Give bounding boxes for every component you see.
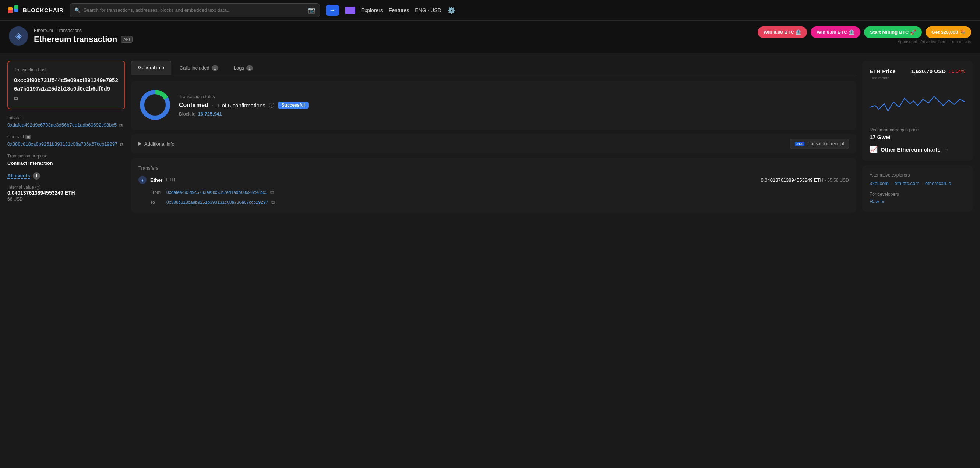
tab-general-info[interactable]: General info — [131, 61, 171, 75]
transfer-ticker: ETH — [166, 177, 175, 182]
price-chart-svg — [870, 86, 965, 122]
transfer-row: ◈ Ether ETH 0.040137613894553249 ETH · 6… — [138, 176, 849, 184]
tx-status-card: Transaction status Confirmed · 1 of 6 co… — [131, 81, 856, 130]
dev-label: For developers — [870, 192, 965, 197]
ether-icon: ◈ — [138, 176, 146, 184]
internal-value: 0.040137613894553249 ETH — [7, 190, 125, 196]
confirmations-help-icon[interactable]: ? — [269, 103, 274, 108]
svg-rect-3 — [14, 5, 18, 9]
status-details: Transaction status Confirmed · 1 of 6 co… — [179, 94, 309, 117]
promo-btn-3[interactable]: Get $20,000 🎉 — [926, 27, 971, 38]
transfer-usd-val: 65.58 USD — [827, 178, 849, 183]
transfers-section: Transfers ◈ Ether ETH 0.0401376138945532… — [131, 158, 856, 213]
promo-btn-1[interactable]: Win 8.88 BTC 🏦 — [811, 27, 860, 38]
chart-icon: 📈 — [870, 145, 878, 154]
other-charts-button[interactable]: 📈 Other Ethereum charts → — [870, 145, 965, 154]
main-layout: Transaction hash 0xcc3f90b731f544c5e09ac… — [0, 53, 980, 223]
all-events-link[interactable]: All events — [7, 173, 30, 179]
promo-btn-0[interactable]: Win 8.88 BTC 🏦 — [758, 27, 807, 38]
search-input[interactable] — [84, 7, 305, 13]
internal-value-row: Internal value ? 0.040137613894553249 ET… — [7, 185, 125, 201]
last-month-text: Last month — [870, 76, 965, 80]
tab-logs-count: 1 — [246, 65, 253, 71]
page-title: Ethereum transaction API — [34, 35, 132, 44]
eth-price-header: ETH Price 1,620.70 USD ↓ 1.04% — [870, 68, 965, 74]
successful-badge: Successful — [278, 102, 309, 109]
pie-chart — [138, 88, 172, 122]
promo-btn-2[interactable]: Start Mining BTC 🚀 — [864, 27, 922, 38]
from-copy-icon[interactable]: ⧉ — [270, 189, 274, 195]
tx-hash-copy-icon[interactable]: ⧉ — [14, 95, 18, 103]
contract-value: 0x388c818ca8b9251b393131c08a736a67ccb192… — [7, 141, 125, 148]
tx-status-title: Transaction status — [179, 94, 309, 99]
status-main: Confirmed · 1 of 6 confirmations ? Succe… — [179, 102, 309, 109]
right-panel: ETH Price 1,620.70 USD ↓ 1.04% Last mont… — [862, 61, 973, 216]
camera-icon[interactable]: 📷 — [308, 6, 315, 14]
transfer-amount-area: 0.040137613894553249 ETH · 65.58 USD — [760, 177, 849, 183]
to-label: To — [150, 200, 164, 205]
transfer-to-row: To 0x388c818ca8b9251b393131c08a736a67ccb… — [150, 199, 849, 205]
eth-price-change: ↓ 1.04% — [948, 68, 965, 74]
from-addr[interactable]: 0xdafea492d9c6733ae3d56b7ed1adb60692c98b… — [166, 190, 267, 195]
tx-purpose-label: Transaction purpose — [7, 154, 125, 159]
raw-tx-link[interactable]: Raw tx — [870, 199, 884, 204]
tx-receipt-label: Transaction receipt — [807, 141, 844, 146]
page-title-area: Ethereum · Transactions Ethereum transac… — [34, 28, 132, 44]
alt-link-3xpl[interactable]: 3xpl.com — [870, 181, 889, 187]
all-events-count: 1 — [33, 172, 40, 179]
from-label: From — [150, 190, 164, 195]
settings-icon[interactable]: ⚙️ — [447, 6, 455, 14]
tx-purpose-row: Transaction purpose Contract interaction — [7, 154, 125, 167]
wallet-icon[interactable] — [345, 6, 355, 14]
status-confirmed: Confirmed — [179, 102, 208, 108]
alt-link-etherscan[interactable]: etherscan.io — [925, 181, 951, 187]
alt-explorers-card: Alternative explorers 3xpl.com · eth.btc… — [862, 165, 973, 211]
tabs-bar: General info Calls included 1 Logs 1 — [131, 61, 856, 75]
confirmations-text: 1 of 6 confirmations — [217, 102, 266, 108]
pdf-button[interactable]: .PDF Transaction receipt — [790, 139, 849, 149]
all-events-row: All events 1 — [7, 172, 125, 179]
blockchair-logo-icon — [7, 5, 19, 16]
block-id-link[interactable]: 16,725,941 — [198, 111, 222, 117]
api-badge[interactable]: API — [121, 36, 132, 43]
pie-chart-svg — [138, 88, 172, 121]
sponsored-text: Sponsored · Advertise here · Turn off ad… — [897, 40, 971, 44]
promo-buttons: Win 8.88 BTC 🏦 Win 8.88 BTC 🏦 Start Mini… — [758, 27, 971, 38]
alt-explorer-links: 3xpl.com · eth.btc.com · etherscan.io — [870, 181, 965, 187]
additional-info-left: Additional info — [138, 141, 175, 147]
gas-price-section: Recommended gas price 17 Gwei — [870, 127, 965, 140]
tab-calls-included[interactable]: Calls included 1 — [173, 61, 225, 75]
to-copy-icon[interactable]: ⧉ — [271, 199, 275, 205]
initiator-value: 0xdafea492d9c6733ae3d56b7ed1adb60692c98b… — [7, 121, 125, 129]
internal-value-help-icon[interactable]: ? — [35, 185, 40, 190]
eth-logo: ◈ — [9, 27, 28, 46]
header: BLOCKCHAIR 🔍 📷 → Explorers Features ENG … — [0, 0, 980, 21]
nav-features[interactable]: Features — [389, 7, 409, 13]
arrow-right-icon: → — [943, 146, 949, 153]
alt-explorers-title: Alternative explorers — [870, 173, 965, 178]
contract-label: Contract ▣ — [7, 134, 125, 140]
price-chart-area — [870, 86, 965, 122]
internal-value-label: Internal value ? — [7, 185, 125, 190]
initiator-copy-icon[interactable]: ⧉ — [119, 121, 123, 129]
nav-explorers[interactable]: Explorers — [361, 7, 383, 13]
nav-lang-currency[interactable]: ENG · USD — [415, 7, 441, 13]
pdf-label: .PDF — [795, 142, 805, 146]
search-button[interactable]: → — [326, 5, 339, 16]
eth-price-value: 1,620.70 USD — [911, 68, 946, 74]
center-panel: General info Calls included 1 Logs 1 — [131, 61, 856, 216]
left-panel: Transaction hash 0xcc3f90b731f544c5e09ac… — [7, 61, 125, 216]
eth-price-card: ETH Price 1,620.70 USD ↓ 1.04% Last mont… — [862, 61, 973, 161]
alt-link-eth-btc[interactable]: eth.btc.com — [894, 181, 919, 187]
transfers-title: Transfers — [138, 165, 849, 171]
initiator-label: Initiator — [7, 115, 125, 120]
search-bar: 🔍 📷 — [70, 3, 320, 17]
additional-info-row[interactable]: Additional info .PDF Transaction receipt — [131, 134, 856, 154]
tab-calls-count: 1 — [212, 65, 218, 71]
contract-copy-icon[interactable]: ⧉ — [120, 141, 123, 148]
tab-logs[interactable]: Logs 1 — [227, 61, 260, 75]
transfer-name: Ether — [150, 177, 162, 183]
internal-value-usd: 66 USD — [7, 197, 125, 201]
to-addr[interactable]: 0x388c818ca8b9251b393131c08a736a67ccb192… — [166, 200, 268, 205]
tx-status-inner: Transaction status Confirmed · 1 of 6 co… — [138, 88, 849, 122]
